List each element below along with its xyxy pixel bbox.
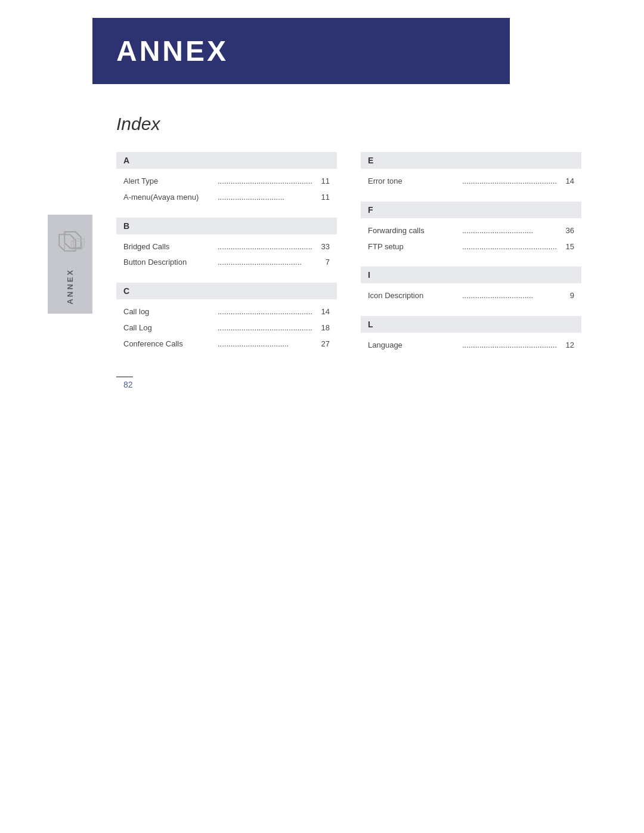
section-a: A Alert Type ...........................… bbox=[116, 152, 337, 206]
list-item: Icon Description .......................… bbox=[361, 288, 581, 304]
section-header-c: C bbox=[116, 283, 337, 299]
section-header-b: B bbox=[116, 218, 337, 234]
section-c: C Call log .............................… bbox=[116, 283, 337, 352]
list-item: FTP setup ..............................… bbox=[361, 239, 581, 255]
annex-icon bbox=[54, 224, 86, 256]
section-header-f: F bbox=[361, 202, 581, 218]
list-item: Bridged Calls ..........................… bbox=[116, 239, 337, 255]
list-item: A-menu(Avaya menu) .....................… bbox=[116, 190, 337, 206]
main-content: Index A Alert Type .....................… bbox=[92, 114, 605, 390]
section-header-a: A bbox=[116, 152, 337, 169]
section-header-l: L bbox=[361, 316, 581, 333]
side-tab: ANNEX bbox=[48, 215, 92, 314]
header-banner: ANNEX bbox=[92, 18, 510, 84]
left-column: A Alert Type ...........................… bbox=[116, 152, 337, 390]
page-title: Index bbox=[116, 114, 581, 134]
section-b: B Bridged Calls ........................… bbox=[116, 218, 337, 271]
header-title: ANNEX bbox=[116, 35, 486, 67]
section-header-i: I bbox=[361, 267, 581, 283]
list-item: Error tone .............................… bbox=[361, 174, 581, 190]
list-item: Button Description .....................… bbox=[116, 255, 337, 271]
list-item: Language ...............................… bbox=[361, 337, 581, 354]
right-column: E Error tone ...........................… bbox=[361, 152, 581, 390]
list-item: Call log ...............................… bbox=[116, 304, 337, 320]
list-item: Alert Type .............................… bbox=[116, 174, 337, 190]
list-item: Call Log ...............................… bbox=[116, 320, 337, 336]
section-i: I Icon Description .....................… bbox=[361, 267, 581, 304]
list-item: Forwarding calls .......................… bbox=[361, 223, 581, 239]
section-header-e: E bbox=[361, 152, 581, 169]
page-number: 82 bbox=[116, 376, 133, 389]
section-f: F Forwarding calls .....................… bbox=[361, 202, 581, 255]
index-columns: A Alert Type ...........................… bbox=[116, 152, 581, 390]
section-e: E Error tone ...........................… bbox=[361, 152, 581, 190]
side-tab-label: ANNEX bbox=[66, 268, 75, 305]
list-item: Conference Calls .......................… bbox=[116, 336, 337, 352]
section-l: L Language .............................… bbox=[361, 316, 581, 354]
